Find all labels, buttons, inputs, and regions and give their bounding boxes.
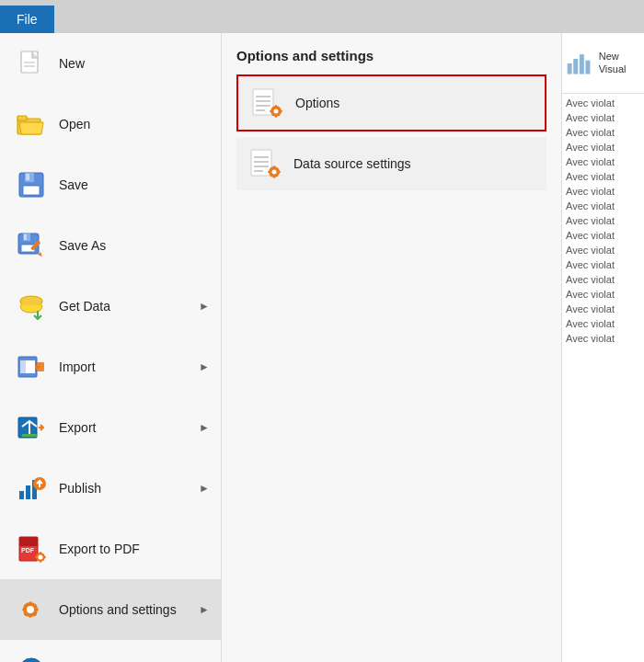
- data-row: Avec violat: [566, 125, 640, 140]
- options-item-icon: [249, 86, 284, 120]
- right-strip: New Visual Avec violatAvec violatAvec vi…: [561, 33, 644, 662]
- tab-bar: File: [0, 0, 644, 33]
- data-row: Avec violat: [566, 331, 640, 346]
- data-row: Avec violat: [566, 199, 640, 213]
- data-row: Avec violat: [566, 154, 640, 169]
- sidebar-item-help[interactable]: ? Help ►: [0, 640, 221, 662]
- sidebar: New Open Save: [0, 33, 222, 662]
- bar-chart-icon: [566, 47, 593, 80]
- data-source-settings-item[interactable]: Data source settings: [236, 137, 546, 190]
- svg-rect-58: [275, 115, 277, 118]
- export-arrow: ►: [199, 421, 210, 434]
- sidebar-item-get-data-label: Get Data: [59, 299, 110, 314]
- svg-rect-24: [19, 491, 24, 499]
- sidebar-item-open-label: Open: [59, 117, 90, 131]
- options-settings-arrow: ►: [199, 603, 210, 616]
- svg-rect-69: [273, 176, 275, 178]
- sidebar-item-export[interactable]: Export ►: [0, 397, 221, 458]
- sidebar-item-save-as[interactable]: Save As: [0, 215, 221, 276]
- save-as-icon: [15, 229, 48, 262]
- svg-rect-72: [568, 63, 572, 74]
- get-data-icon: [15, 290, 48, 323]
- data-row: Avec violat: [566, 140, 640, 154]
- sidebar-item-import-label: Import: [59, 360, 96, 374]
- svg-point-33: [39, 555, 43, 560]
- sidebar-item-save-label: Save: [59, 177, 88, 192]
- section-title: Options and settings: [236, 48, 546, 63]
- sidebar-item-import[interactable]: Import ►: [0, 337, 221, 397]
- svg-rect-37: [43, 556, 46, 558]
- data-row: Avec violat: [566, 228, 640, 243]
- svg-point-48: [19, 658, 43, 662]
- svg-rect-59: [270, 110, 272, 112]
- data-row: Avec violat: [566, 184, 640, 199]
- content-panel: Options and settings: [222, 33, 561, 662]
- svg-rect-43: [35, 609, 39, 611]
- sidebar-item-open[interactable]: Open: [0, 94, 221, 154]
- svg-rect-40: [29, 601, 31, 605]
- sidebar-item-options-settings[interactable]: Options and settings ►: [0, 579, 221, 640]
- options-item-label: Options: [295, 96, 339, 110]
- svg-rect-30: [19, 537, 38, 546]
- sidebar-item-publish[interactable]: Publish ►: [0, 458, 221, 519]
- data-row: Avec violat: [566, 272, 640, 287]
- svg-point-56: [274, 109, 279, 114]
- export-pdf-icon: PDF: [15, 532, 48, 565]
- new-icon: [15, 47, 48, 80]
- sidebar-item-export-pdf-label: Export to PDF: [59, 542, 140, 556]
- svg-rect-19: [20, 360, 26, 373]
- svg-rect-60: [280, 110, 282, 112]
- sidebar-item-new-label: New: [59, 56, 85, 71]
- save-icon: [15, 168, 48, 201]
- export-icon: [15, 411, 48, 444]
- data-row: Avec violat: [566, 316, 640, 331]
- svg-rect-42: [22, 609, 26, 611]
- data-row: Avec violat: [566, 287, 640, 302]
- data-rows: Avec violatAvec violatAvec violatAvec vi…: [562, 94, 644, 662]
- open-icon: [15, 108, 48, 141]
- options-item[interactable]: Options: [236, 74, 546, 131]
- sidebar-item-new[interactable]: New: [0, 33, 221, 94]
- svg-rect-57: [275, 105, 277, 108]
- svg-rect-71: [278, 171, 281, 173]
- sidebar-item-export-pdf[interactable]: PDF Export to PDF: [0, 519, 221, 579]
- svg-rect-35: [40, 560, 41, 563]
- sidebar-item-save[interactable]: Save: [0, 154, 221, 215]
- help-icon: ?: [15, 654, 48, 662]
- svg-rect-68: [273, 166, 275, 168]
- new-visual-text: New Visual: [599, 51, 627, 74]
- sidebar-item-save-as-label: Save As: [59, 238, 106, 253]
- data-row: Avec violat: [566, 169, 640, 184]
- svg-rect-25: [26, 485, 30, 499]
- sidebar-item-get-data[interactable]: Get Data ►: [0, 276, 221, 337]
- publish-icon: [15, 472, 48, 505]
- get-data-arrow: ►: [199, 300, 210, 313]
- svg-rect-12: [24, 234, 27, 240]
- right-strip-top: New Visual: [562, 33, 644, 94]
- data-row: Avec violat: [566, 96, 640, 110]
- data-source-icon: [247, 146, 282, 181]
- sidebar-item-options-settings-label: Options and settings: [59, 602, 177, 617]
- file-tab[interactable]: File: [0, 6, 54, 33]
- svg-rect-36: [35, 556, 38, 558]
- svg-rect-34: [40, 552, 41, 554]
- file-tab-label: File: [17, 12, 38, 27]
- svg-rect-73: [573, 59, 578, 74]
- svg-point-39: [27, 606, 34, 613]
- data-source-settings-label: Data source settings: [293, 156, 411, 171]
- sidebar-item-export-label: Export: [59, 420, 96, 435]
- import-icon: [15, 350, 48, 383]
- svg-text:PDF: PDF: [21, 547, 35, 554]
- svg-rect-70: [268, 171, 270, 173]
- data-row: Avec violat: [566, 257, 640, 272]
- sidebar-item-publish-label: Publish: [59, 481, 101, 496]
- svg-point-67: [272, 170, 277, 175]
- svg-rect-41: [29, 614, 31, 618]
- svg-rect-75: [585, 60, 590, 74]
- svg-rect-4: [17, 116, 27, 120]
- data-row: Avec violat: [566, 302, 640, 316]
- svg-rect-23: [22, 434, 37, 437]
- svg-rect-8: [26, 174, 29, 180]
- options-settings-icon: [15, 593, 48, 626]
- data-row: Avec violat: [566, 213, 640, 228]
